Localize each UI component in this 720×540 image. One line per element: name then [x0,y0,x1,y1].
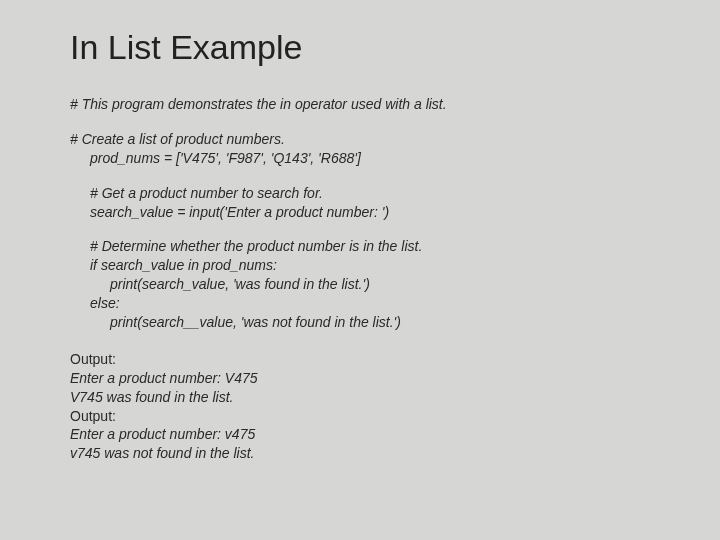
slide-title: In List Example [70,28,720,67]
code-comment: # Determine whether the product number i… [70,237,720,256]
output-line: v745 was not found in the list. [70,444,720,463]
code-line: if search_value in prod_nums: [70,256,720,275]
code-line: prod_nums = ['V475', 'F987', 'Q143', 'R6… [70,149,720,168]
output-label: Output: [70,350,720,369]
output-line: Enter a product number: v475 [70,425,720,444]
code-comment: # Get a product number to search for. [70,184,720,203]
slide-body: # This program demonstrates the in opera… [70,95,720,463]
output-block: Output: Enter a product number: V475 V74… [70,350,720,463]
code-line: print(search_value, 'was found in the li… [70,275,720,294]
output-line: V745 was found in the list. [70,388,720,407]
output-label: Output: [70,407,720,426]
code-comment: # This program demonstrates the in opera… [70,95,720,114]
code-comment: # Create a list of product numbers. [70,130,720,149]
code-line: else: [70,294,720,313]
output-line: Enter a product number: V475 [70,369,720,388]
code-line: print(search__value, 'was not found in t… [70,313,720,332]
code-line: search_value = input('Enter a product nu… [70,203,720,222]
slide: In List Example # This program demonstra… [0,0,720,540]
